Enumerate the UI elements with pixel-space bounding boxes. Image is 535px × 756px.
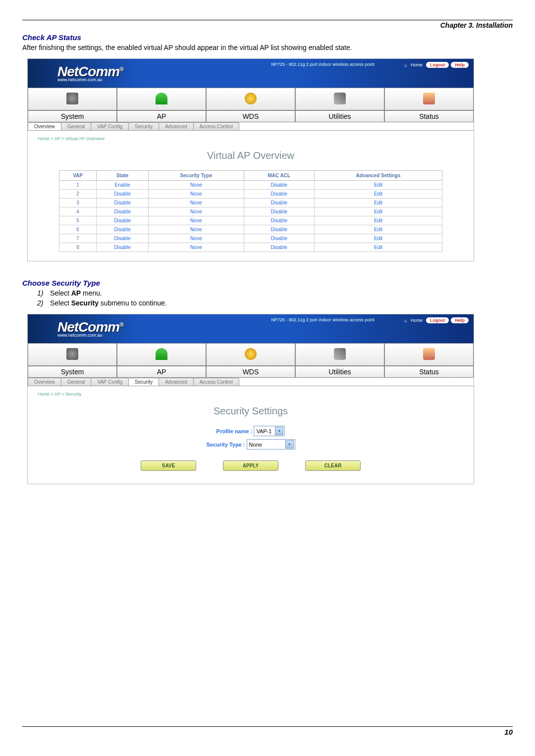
edit-link[interactable]: Edit — [315, 199, 442, 207]
profile-name-select[interactable]: VAP-1 ▾ — [254, 426, 285, 436]
table-cell[interactable]: Enable — [97, 181, 149, 190]
table-cell[interactable]: None — [149, 207, 244, 216]
table-cell[interactable]: Disable — [97, 207, 149, 216]
nav-label-wds[interactable]: WDS — [206, 110, 295, 122]
logout-button[interactable]: Logout — [426, 62, 449, 68]
security-type-select[interactable]: None ▾ — [247, 439, 295, 450]
table-cell[interactable]: None — [149, 216, 244, 225]
main-nav — [28, 88, 474, 110]
table-cell: 3 — [59, 199, 97, 207]
nav-wds[interactable] — [206, 88, 295, 110]
nav-label-utilities[interactable]: Utilities — [295, 366, 384, 378]
breadcrumb: Home > AP > Security — [38, 392, 464, 397]
help-button[interactable]: Help — [451, 317, 469, 323]
subtab-general[interactable]: General — [61, 378, 92, 386]
panel-title: Security Settings — [38, 405, 464, 417]
table-cell[interactable]: Disable — [97, 225, 149, 234]
brand-site: www.netcomm.com.au — [57, 77, 123, 82]
home-icon: ⌂ — [404, 62, 407, 68]
edit-link[interactable]: Edit — [315, 181, 442, 190]
nav-label-utilities[interactable]: Utilities — [295, 110, 384, 122]
nav-label-ap[interactable]: AP — [117, 366, 206, 378]
table-cell[interactable]: Disable — [244, 199, 315, 207]
save-button[interactable]: SAVE — [141, 460, 196, 471]
table-header: MAC ACL — [244, 171, 315, 181]
subtab-security[interactable]: Security — [128, 122, 159, 130]
apply-button[interactable]: APPLY — [223, 460, 278, 471]
subtab-vap-config[interactable]: VAP Config — [91, 378, 129, 386]
table-cell[interactable]: Disable — [97, 243, 149, 252]
table-cell[interactable]: Disable — [97, 234, 149, 243]
edit-link[interactable]: Edit — [315, 207, 442, 216]
table-cell[interactable]: Disable — [97, 190, 149, 199]
table-cell[interactable]: None — [149, 234, 244, 243]
table-cell[interactable]: Disable — [97, 216, 149, 225]
table-cell[interactable]: None — [149, 225, 244, 234]
subtab-general[interactable]: General — [61, 122, 92, 130]
subtab-overview[interactable]: Overview — [28, 122, 61, 130]
nav-status[interactable] — [384, 343, 474, 366]
nav-label-status[interactable]: Status — [384, 366, 474, 378]
nav-label-system[interactable]: System — [28, 366, 117, 378]
link-home[interactable]: Home — [411, 62, 423, 67]
nav-status[interactable] — [384, 88, 474, 110]
product-title: NP725 - 802.11g 2 port indoor wireless a… — [271, 62, 374, 67]
section-title-check-ap-status: Check AP Status — [22, 33, 513, 42]
nav-system[interactable] — [28, 88, 117, 110]
table-row: 5DisableNoneDisableEdit — [59, 216, 442, 225]
nav-utilities[interactable] — [295, 88, 384, 110]
edit-link[interactable]: Edit — [315, 190, 442, 199]
table-cell[interactable]: None — [149, 199, 244, 207]
subtab-advanced[interactable]: Advanced — [159, 122, 193, 130]
table-cell[interactable]: Disable — [244, 216, 315, 225]
screenshot-vap-overview: NetComm® www.netcomm.com.au NP725 - 802.… — [27, 58, 474, 261]
section1-description: After finishing the settings, the enable… — [22, 44, 513, 51]
table-cell[interactable]: None — [149, 243, 244, 252]
nav-utilities[interactable] — [295, 343, 384, 366]
nav-ap[interactable] — [117, 343, 206, 366]
table-cell[interactable]: Disable — [244, 225, 315, 234]
edit-link[interactable]: Edit — [315, 225, 442, 234]
table-cell[interactable]: None — [149, 190, 244, 199]
nav-label-wds[interactable]: WDS — [206, 366, 295, 378]
link-home[interactable]: Home — [411, 318, 423, 323]
table-cell[interactable]: Disable — [97, 199, 149, 207]
subtab-overview[interactable]: Overview — [28, 378, 61, 386]
edit-link[interactable]: Edit — [315, 243, 442, 252]
help-button[interactable]: Help — [451, 62, 469, 68]
table-cell[interactable]: Disable — [244, 207, 315, 216]
table-cell[interactable]: Disable — [244, 243, 315, 252]
nav-system[interactable] — [28, 343, 117, 366]
table-cell: 5 — [59, 216, 97, 225]
subtab-advanced[interactable]: Advanced — [159, 378, 193, 386]
edit-link[interactable]: Edit — [315, 234, 442, 243]
panel-title: Virtual AP Overview — [38, 150, 464, 161]
nav-label-system[interactable]: System — [28, 110, 117, 122]
table-header: Advanced Settings — [315, 171, 442, 181]
brand-logo: NetComm® — [57, 320, 123, 334]
table-cell[interactable]: Disable — [244, 234, 315, 243]
table-header: State — [97, 171, 149, 181]
page-number: 10 — [22, 728, 513, 736]
security-type-label: Security Type : — [206, 442, 245, 448]
subtab-access-control[interactable]: Access Control — [193, 122, 239, 130]
nav-label-status[interactable]: Status — [384, 110, 474, 122]
table-cell: 6 — [59, 225, 97, 234]
table-cell[interactable]: None — [149, 181, 244, 190]
subtab-security[interactable]: Security — [128, 378, 159, 386]
nav-label-ap[interactable]: AP — [117, 110, 206, 122]
nav-ap[interactable] — [117, 88, 206, 110]
edit-link[interactable]: Edit — [315, 216, 442, 225]
logout-button[interactable]: Logout — [426, 317, 449, 323]
subtab-vap-config[interactable]: VAP Config — [91, 122, 129, 130]
subtab-access-control[interactable]: Access Control — [193, 378, 239, 386]
chevron-down-icon: ▾ — [275, 427, 283, 435]
table-cell[interactable]: Disable — [244, 181, 315, 190]
table-header: VAP — [59, 171, 97, 181]
clear-button[interactable]: CLEAR — [305, 460, 361, 471]
breadcrumb: Home > AP > Virtual AP Overview — [38, 136, 464, 141]
table-cell: 2 — [59, 190, 97, 199]
table-cell[interactable]: Disable — [244, 190, 315, 199]
table-cell: 7 — [59, 234, 97, 243]
nav-wds[interactable] — [206, 343, 295, 366]
